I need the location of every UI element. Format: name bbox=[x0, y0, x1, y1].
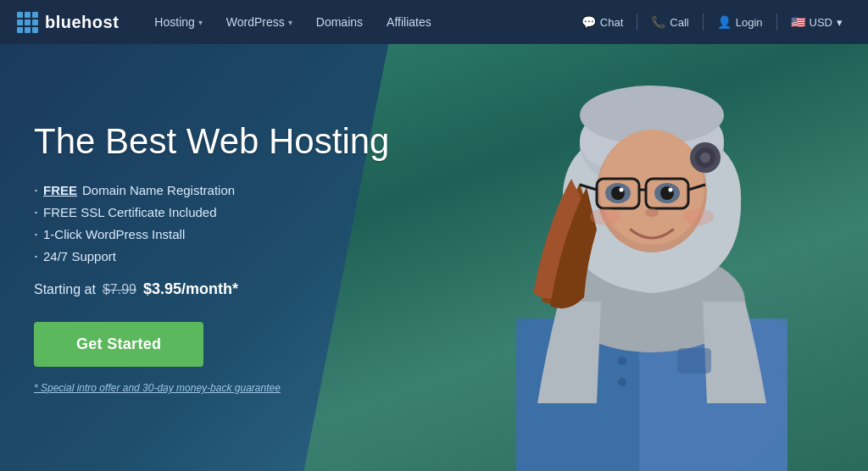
chevron-down-icon: ▾ bbox=[837, 16, 843, 29]
svg-point-22 bbox=[620, 188, 624, 192]
disclaimer-text[interactable]: * Special intro offer and 30-day money-b… bbox=[34, 382, 389, 394]
user-icon: 👤 bbox=[717, 15, 732, 29]
logo-grid-icon bbox=[17, 12, 38, 33]
nav-wordpress[interactable]: WordPress ▾ bbox=[216, 10, 303, 34]
nav-hosting[interactable]: Hosting ▾ bbox=[144, 10, 212, 34]
feature-item-3: 1-Click WordPress Install bbox=[34, 226, 389, 241]
chevron-down-icon: ▾ bbox=[288, 18, 292, 27]
svg-point-23 bbox=[669, 188, 673, 192]
svg-point-24 bbox=[645, 208, 659, 217]
flag-icon: 🇺🇸 bbox=[791, 15, 805, 29]
call-button[interactable]: 📞 Call bbox=[643, 10, 697, 34]
svg-point-25 bbox=[590, 208, 620, 225]
hero-title: The Best Web Hosting bbox=[34, 121, 389, 162]
chat-icon: 💬 bbox=[581, 15, 596, 29]
navbar: bluehost Hosting ▾ WordPress ▾ Domains A… bbox=[0, 0, 868, 44]
divider bbox=[703, 14, 704, 30]
pricing-label: Starting at bbox=[34, 282, 96, 297]
divider bbox=[637, 14, 637, 30]
divider bbox=[776, 14, 777, 30]
hero-content: The Best Web Hosting FREE Domain Name Re… bbox=[0, 121, 423, 394]
nav-right: 💬 Chat 📞 Call 👤 Login 🇺🇸 USD ▾ bbox=[573, 10, 851, 34]
brand-name: bluehost bbox=[45, 13, 119, 32]
feature-item-2: FREE SSL Certificate Included bbox=[34, 204, 389, 219]
svg-rect-32 bbox=[677, 348, 711, 374]
old-price: $7.99 bbox=[103, 282, 136, 297]
svg-point-31 bbox=[618, 378, 626, 386]
feature-free-label: FREE bbox=[43, 183, 77, 197]
svg-point-29 bbox=[700, 152, 710, 163]
login-button[interactable]: 👤 Login bbox=[709, 10, 771, 34]
hero-features-list: FREE Domain Name Registration FREE SSL C… bbox=[34, 182, 389, 263]
svg-point-30 bbox=[618, 357, 626, 365]
currency-selector[interactable]: 🇺🇸 USD ▾ bbox=[782, 10, 851, 34]
nav-links: Hosting ▾ WordPress ▾ Domains Affiliates bbox=[144, 10, 573, 34]
pricing-line: Starting at $7.99 $3.95/month* bbox=[34, 280, 389, 298]
svg-point-26 bbox=[683, 208, 714, 225]
nav-affiliates[interactable]: Affiliates bbox=[376, 10, 442, 34]
logo[interactable]: bluehost bbox=[17, 12, 119, 33]
chevron-down-icon: ▾ bbox=[198, 18, 203, 27]
get-started-button[interactable]: Get Started bbox=[34, 322, 203, 367]
chat-button[interactable]: 💬 Chat bbox=[573, 10, 632, 34]
new-price: $3.95/month* bbox=[143, 280, 238, 298]
hero-person-image bbox=[461, 47, 843, 471]
nav-domains[interactable]: Domains bbox=[306, 10, 373, 34]
feature-item-1: FREE Domain Name Registration bbox=[34, 182, 389, 197]
hero-section: The Best Web Hosting FREE Domain Name Re… bbox=[0, 44, 868, 471]
feature-item-4: 24/7 Support bbox=[34, 248, 389, 263]
phone-icon: 📞 bbox=[651, 15, 665, 29]
